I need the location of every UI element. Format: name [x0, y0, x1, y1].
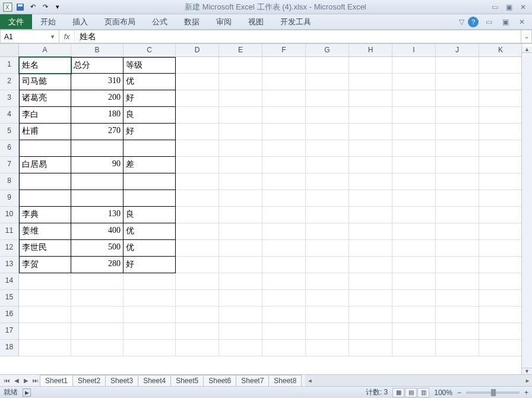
- sheet-tab-Sheet2[interactable]: Sheet2: [72, 375, 106, 386]
- cell-F2[interactable]: [262, 74, 306, 90]
- cell-A2[interactable]: 司马懿: [19, 74, 71, 90]
- cell-B14[interactable]: [71, 273, 124, 290]
- cell-D18[interactable]: [176, 340, 219, 356]
- cell-J7[interactable]: [436, 157, 479, 173]
- cell-G10[interactable]: [306, 207, 349, 223]
- cell-E14[interactable]: [219, 273, 262, 290]
- sheet-tab-Sheet8[interactable]: Sheet8: [268, 375, 302, 386]
- row-header-5[interactable]: 5: [0, 124, 19, 140]
- cell-C1[interactable]: 等级: [124, 57, 176, 74]
- zoom-slider[interactable]: [466, 391, 520, 394]
- cell-J14[interactable]: [436, 273, 479, 290]
- cell-E3[interactable]: [219, 90, 262, 107]
- ribbon-tab-审阅[interactable]: 审阅: [208, 14, 240, 29]
- cell-H3[interactable]: [349, 90, 392, 107]
- cell-G15[interactable]: [306, 290, 349, 307]
- qat-dropdown-icon[interactable]: ▾: [52, 2, 63, 12]
- cell-I7[interactable]: [392, 157, 436, 173]
- cell-A3[interactable]: 诸葛亮: [19, 90, 71, 107]
- ribbon-tab-页面布局[interactable]: 页面布局: [96, 14, 144, 29]
- zoom-out-icon[interactable]: −: [457, 388, 461, 397]
- cell-C4[interactable]: 良: [124, 107, 176, 124]
- cell-C12[interactable]: 优: [124, 240, 176, 257]
- cell-G8[interactable]: [306, 173, 349, 190]
- cell-K2[interactable]: [479, 74, 522, 90]
- cell-B15[interactable]: [71, 290, 124, 307]
- restore-button[interactable]: ▣: [502, 2, 515, 12]
- cell-B16[interactable]: [71, 307, 124, 323]
- cell-H16[interactable]: [349, 307, 392, 323]
- cell-J8[interactable]: [436, 173, 479, 190]
- cell-D12[interactable]: [176, 240, 219, 257]
- cell-F4[interactable]: [262, 107, 306, 124]
- cell-D3[interactable]: [176, 90, 219, 107]
- cell-E2[interactable]: [219, 74, 262, 90]
- cell-I17[interactable]: [392, 323, 436, 340]
- cell-I1[interactable]: [392, 57, 436, 74]
- cell-A15[interactable]: [19, 290, 71, 307]
- col-header-C[interactable]: C: [124, 44, 176, 57]
- cell-H8[interactable]: [349, 173, 392, 190]
- cell-G14[interactable]: [306, 273, 349, 290]
- cell-K13[interactable]: [479, 257, 522, 273]
- cell-J9[interactable]: [436, 190, 479, 207]
- cell-A4[interactable]: 李白: [19, 107, 71, 124]
- cell-B12[interactable]: 500: [71, 240, 124, 257]
- cell-G9[interactable]: [306, 190, 349, 207]
- cell-B7[interactable]: 90: [71, 157, 124, 173]
- cell-E18[interactable]: [219, 340, 262, 356]
- sheet-tab-Sheet4[interactable]: Sheet4: [138, 375, 171, 386]
- cell-H9[interactable]: [349, 190, 392, 207]
- cell-K9[interactable]: [479, 190, 522, 207]
- cell-G13[interactable]: [306, 257, 349, 273]
- cell-D6[interactable]: [176, 140, 219, 157]
- cell-H6[interactable]: [349, 140, 392, 157]
- cell-J11[interactable]: [436, 223, 479, 240]
- cell-D15[interactable]: [176, 290, 219, 307]
- cell-J18[interactable]: [436, 340, 479, 356]
- cell-E11[interactable]: [219, 223, 262, 240]
- row-header-14[interactable]: 14: [0, 273, 19, 290]
- cell-G7[interactable]: [306, 157, 349, 173]
- col-header-G[interactable]: G: [306, 44, 349, 57]
- cell-B1[interactable]: 总分: [71, 57, 124, 74]
- cell-A6[interactable]: [19, 140, 71, 157]
- view-page-break-icon[interactable]: ▥: [417, 388, 429, 397]
- row-header-8[interactable]: 8: [0, 173, 19, 190]
- cell-F18[interactable]: [262, 340, 306, 356]
- cell-B3[interactable]: 200: [71, 90, 124, 107]
- cell-I11[interactable]: [392, 223, 436, 240]
- view-normal-icon[interactable]: ▦: [392, 388, 404, 397]
- cell-A12[interactable]: 李世民: [19, 240, 71, 257]
- col-header-D[interactable]: D: [176, 44, 219, 57]
- view-page-layout-icon[interactable]: ▤: [405, 388, 417, 397]
- cell-E15[interactable]: [219, 290, 262, 307]
- file-tab[interactable]: 文件: [0, 14, 32, 29]
- doc-minimize-icon[interactable]: ▭: [482, 17, 495, 27]
- cell-C8[interactable]: [124, 173, 176, 190]
- sheet-nav-prev-icon[interactable]: ◀: [12, 377, 21, 384]
- formula-content[interactable]: 姓名: [75, 31, 101, 42]
- redo-icon[interactable]: ↷: [40, 2, 50, 12]
- cell-F12[interactable]: [262, 240, 306, 257]
- cell-B17[interactable]: [71, 323, 124, 340]
- cell-B8[interactable]: [71, 173, 124, 190]
- sheet-tab-Sheet5[interactable]: Sheet5: [170, 375, 204, 386]
- sheet-nav-last-icon[interactable]: ⏭: [31, 377, 40, 384]
- row-header-18[interactable]: 18: [0, 340, 19, 356]
- cell-F6[interactable]: [262, 140, 306, 157]
- cell-J3[interactable]: [436, 90, 479, 107]
- cell-A13[interactable]: 李贺: [19, 257, 71, 273]
- cell-D9[interactable]: [176, 190, 219, 207]
- cell-B2[interactable]: 310: [71, 74, 124, 90]
- cell-I18[interactable]: [392, 340, 436, 356]
- row-header-16[interactable]: 16: [0, 307, 19, 323]
- macro-record-icon[interactable]: ▶: [23, 388, 31, 397]
- cell-C5[interactable]: 好: [124, 124, 176, 140]
- col-header-K[interactable]: K: [479, 44, 522, 57]
- cell-C7[interactable]: 差: [124, 157, 176, 173]
- cell-K3[interactable]: [479, 90, 522, 107]
- cell-D5[interactable]: [176, 124, 219, 140]
- cell-C17[interactable]: [124, 323, 176, 340]
- row-header-11[interactable]: 11: [0, 223, 19, 240]
